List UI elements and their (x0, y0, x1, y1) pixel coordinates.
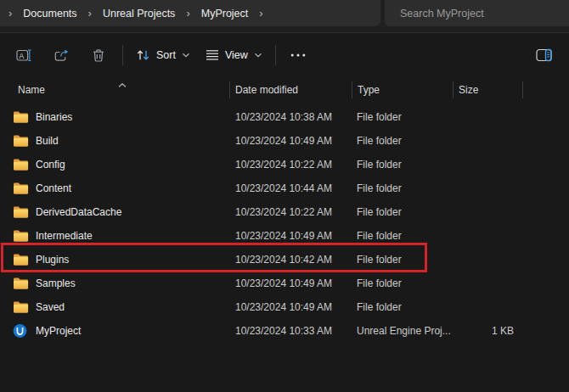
breadcrumb-item-documents[interactable]: Documents (23, 8, 76, 20)
file-date-modified: 10/23/2024 10:44 AM (235, 182, 332, 194)
details-pane-icon (536, 48, 552, 62)
file-type: File folder (357, 230, 402, 242)
folder-icon (13, 301, 29, 314)
file-date-modified: 10/23/2024 10:22 AM (235, 159, 332, 171)
breadcrumb-item-myproject[interactable]: MyProject (201, 8, 249, 20)
folder-icon (13, 230, 29, 243)
file-row-plugins[interactable]: Plugins 10/23/2024 10:42 AM File folder (0, 248, 569, 272)
folder-icon (13, 111, 29, 124)
file-date-modified: 10/23/2024 10:42 AM (235, 254, 332, 266)
column-header-size[interactable]: Size (459, 84, 478, 96)
file-row-intermediate[interactable]: Intermediate 10/23/2024 10:49 AM File fo… (0, 224, 569, 248)
column-header-date-modified[interactable]: Date modified (235, 84, 298, 96)
folder-icon (13, 182, 29, 195)
file-name: Intermediate (36, 230, 93, 242)
breadcrumb-item-unreal-projects[interactable]: Unreal Projects (103, 8, 175, 20)
ellipsis-icon (290, 53, 306, 57)
view-button-label: View (225, 49, 248, 61)
file-type: File folder (357, 254, 402, 266)
sort-arrows-icon (136, 48, 150, 62)
column-divider[interactable] (453, 81, 454, 98)
file-type: File folder (357, 277, 402, 289)
address-bar[interactable]: › Documents › Unreal Projects › MyProjec… (0, 0, 380, 26)
file-row-myproject[interactable]: MyProject 10/23/2024 10:33 AM Unreal Eng… (0, 319, 569, 343)
file-name: Plugins (36, 254, 69, 266)
file-date-modified: 10/23/2024 10:38 AM (235, 111, 332, 123)
file-row-build[interactable]: Build 10/23/2024 10:49 AM File folder (0, 129, 569, 153)
chevron-down-icon (182, 53, 190, 58)
file-type: File folder (357, 182, 402, 194)
unreal-engine-icon (13, 324, 27, 339)
toolbar-divider (275, 45, 276, 65)
file-type: File folder (357, 111, 402, 123)
rename-button[interactable]: A (5, 41, 42, 70)
chevron-right-icon: › (186, 8, 189, 19)
file-row-binaries[interactable]: Binaries 10/23/2024 10:38 AM File folder (0, 105, 569, 129)
column-header-type[interactable]: Type (358, 84, 380, 96)
share-icon (54, 48, 70, 63)
sort-ascending-icon (118, 78, 127, 90)
view-list-icon (206, 49, 219, 61)
rename-icon: A (16, 48, 32, 63)
column-header-row: Name Date modified Type Size (0, 77, 569, 103)
file-date-modified: 10/23/2024 10:49 AM (235, 277, 332, 289)
search-input[interactable] (385, 0, 569, 26)
column-divider[interactable] (229, 81, 230, 98)
file-type: File folder (357, 159, 402, 171)
file-row-config[interactable]: Config 10/23/2024 10:22 AM File folder (0, 153, 569, 176)
svg-text:A: A (19, 51, 24, 59)
file-row-saved[interactable]: Saved 10/23/2024 10:49 AM File folder (0, 295, 569, 319)
file-row-content[interactable]: Content 10/23/2024 10:44 AM File folder (0, 176, 569, 200)
file-name: DerivedDataCache (36, 206, 121, 218)
see-more-button[interactable] (281, 41, 315, 70)
sort-button-label: Sort (156, 49, 176, 61)
file-date-modified: 10/23/2024 10:33 AM (235, 325, 332, 337)
file-row-deriveddatacache[interactable]: DerivedDataCache 10/23/2024 10:22 AM Fil… (0, 200, 569, 224)
file-date-modified: 10/23/2024 10:22 AM (235, 206, 332, 218)
file-date-modified: 10/23/2024 10:49 AM (235, 230, 332, 242)
chevron-down-icon (254, 53, 262, 58)
file-type: File folder (357, 206, 402, 218)
toolbar-divider (122, 45, 123, 65)
folder-icon (13, 159, 29, 171)
file-name: Content (36, 182, 71, 194)
folder-icon (13, 206, 29, 219)
file-row-samples[interactable]: Samples 10/23/2024 10:49 AM File folder (0, 272, 569, 295)
file-type: File folder (357, 301, 402, 313)
navigation-bar: › Documents › Unreal Projects › MyProjec… (0, 0, 569, 32)
explorer-body: A (0, 32, 569, 392)
file-name: MyProject (36, 325, 81, 337)
file-name: Saved (36, 301, 65, 313)
file-size: 1 KB (453, 325, 514, 337)
file-explorer-window: › Documents › Unreal Projects › MyProjec… (0, 0, 569, 392)
details-pane-toggle-button[interactable] (527, 41, 561, 70)
command-bar: A (0, 33, 569, 77)
delete-button[interactable] (80, 41, 117, 70)
share-button[interactable] (42, 41, 80, 70)
column-divider[interactable] (522, 81, 523, 98)
file-type: File folder (357, 135, 402, 147)
folder-icon (13, 277, 29, 290)
chevron-right-icon: › (88, 8, 92, 19)
sort-button[interactable]: Sort (128, 41, 198, 70)
trash-icon (92, 48, 105, 63)
file-name: Build (36, 135, 59, 147)
file-type: Unreal Engine Proj... (357, 325, 451, 337)
column-divider[interactable] (352, 81, 352, 98)
file-name: Binaries (36, 111, 72, 123)
folder-icon (13, 135, 29, 148)
file-name: Config (36, 159, 65, 171)
file-date-modified: 10/23/2024 10:49 AM (235, 301, 332, 313)
folder-icon (13, 254, 29, 266)
view-button[interactable]: View (198, 41, 270, 70)
file-list: Binaries 10/23/2024 10:38 AM File folder… (0, 103, 569, 343)
chevron-right-icon: › (259, 8, 262, 19)
file-date-modified: 10/23/2024 10:49 AM (235, 135, 332, 147)
column-header-name[interactable]: Name (18, 84, 45, 96)
chevron-right-icon: › (8, 8, 12, 19)
file-name: Samples (36, 277, 76, 289)
